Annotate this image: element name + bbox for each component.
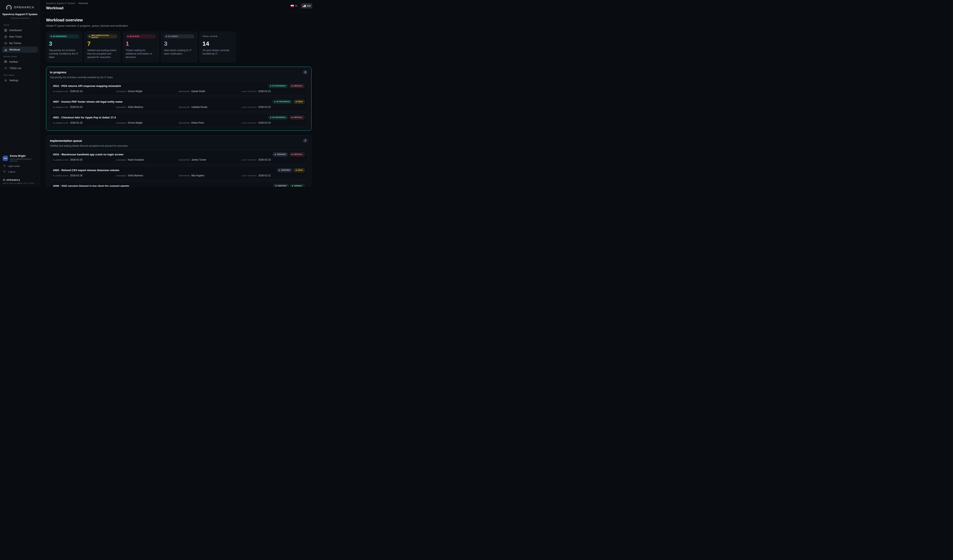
priority-dot-icon xyxy=(296,170,297,171)
last-activity-value: 2026-02-23 xyxy=(258,158,271,161)
planned-date-value: 2026-02-26 xyxy=(70,174,82,177)
stat-description: Top-priority list of tickets currently h… xyxy=(49,49,79,59)
priority-badge-label: CRITICAL xyxy=(293,116,303,118)
priority-badge-label: NORMAL xyxy=(294,185,303,187)
todo-icon xyxy=(4,67,7,70)
reporter-label: REPORTER xyxy=(179,159,190,161)
assignee-value: Noah Kowalski xyxy=(128,158,144,161)
status-badge: IN PROGRESS xyxy=(268,116,288,119)
planned-date-field: PLANNED DATE2026-02-26 xyxy=(53,174,116,177)
assignee-value: Emma Wright xyxy=(128,121,143,124)
priority-badge-label: HIGH xyxy=(298,101,303,102)
sidebar-item-dashboard[interactable]: Dashboard xyxy=(2,27,38,33)
assignee-label: ASSIGNEE xyxy=(116,159,126,161)
assignee-value: Sofia Martinez xyxy=(128,105,143,109)
user-info: Emma Wright emma.wright@ecommerce-arca.c… xyxy=(10,155,37,162)
logout-label: Logout xyxy=(8,171,15,173)
last-activity-value: 2026-02-23 xyxy=(258,121,271,124)
app-title: OpenArca Support IT System xyxy=(0,13,40,16)
language-button-en[interactable]: EN xyxy=(301,3,312,8)
priority-dot-icon xyxy=(296,101,297,102)
reporter-value: Mia Hughes xyxy=(191,174,204,177)
planned-date-field: PLANNED DATE2026-02-25 xyxy=(53,121,116,124)
stat-label: IMPLEMENTATION QUEUE xyxy=(91,34,116,39)
stat-value: 3 xyxy=(164,40,194,47)
sidebar-item-my-tickets[interactable]: My Tickets xyxy=(2,40,38,46)
content: Workload overview Global IT queue overvi… xyxy=(40,13,318,187)
priority-dot-icon xyxy=(292,117,292,118)
stat-label: TO VERIFY xyxy=(168,35,178,37)
sidebar-item-workload[interactable]: Workload xyxy=(2,47,38,53)
stat-card-implementation-queue: IMPLEMENTATION QUEUE7Verified and waitin… xyxy=(84,31,120,62)
ticket-row[interactable]: #008 · SSO session timeout is too short … xyxy=(50,181,307,187)
nav-section-label: SETTINGS xyxy=(4,74,36,76)
status-badge: IN PROGRESS xyxy=(273,100,292,104)
ticket-badges: IN PROGRESSHIGH xyxy=(273,100,304,104)
last-activity-field: LAST ACTIVITY2026-02-23 xyxy=(242,90,305,93)
sidebar-item-label: Workload xyxy=(9,48,20,51)
ticket-row[interactable]: #001 · Checkout fails for Apple Pay in S… xyxy=(50,113,307,127)
planned-date-field: PLANNED DATE2026-02-24 xyxy=(53,90,116,93)
ticket-meta: PLANNED DATE2026-02-24ASSIGNEESofia Mart… xyxy=(53,105,304,109)
user-email: emma.wright@ecommerce-arca.com xyxy=(10,158,37,162)
status-dot-icon xyxy=(89,36,90,37)
avatar: EW xyxy=(3,155,8,161)
planned-date-value: 2026-02-25 xyxy=(70,158,82,161)
sidebar-item-kanban[interactable]: Kanban xyxy=(2,59,38,65)
stat-status-badge: TO VERIFY xyxy=(164,34,194,39)
last-activity-value: 2026-02-22 xyxy=(258,174,271,177)
reporter-label: REPORTER xyxy=(179,175,190,177)
priority-dot-icon xyxy=(292,154,292,155)
ticket-row[interactable]: #012 · POS returns API response mapping … xyxy=(50,82,307,95)
priority-badge-label: HIGH xyxy=(298,169,303,171)
sidebar-item-todo-list[interactable]: TODO List xyxy=(2,65,38,71)
breadcrumb-root[interactable]: OpenArca Support IT System xyxy=(46,2,75,5)
assignee-field: ASSIGNEEEmma Wright xyxy=(116,121,179,124)
powered-by-label: Powered by OpenArca xyxy=(0,17,40,20)
footer-license: AGPL-3.0-only xyxy=(23,182,34,184)
ticket-row[interactable]: #002 · Refund CSV export misses timezone… xyxy=(50,166,307,180)
status-dot-icon xyxy=(270,117,271,118)
planned-date-label: PLANNED DATE xyxy=(53,90,68,93)
light-mode-toggle[interactable]: Light mode xyxy=(0,163,40,169)
status-dot-icon xyxy=(166,36,167,37)
ticket-row[interactable]: #015 · Warehouse handheld app crash on l… xyxy=(50,150,307,164)
ticket-title-row: #008 · SSO session timeout is too short … xyxy=(53,184,304,187)
main: OpenArca Support IT System › Workload Wo… xyxy=(40,0,318,187)
queue-title: In progress xyxy=(50,70,67,74)
stat-label: TOTAL ACTIVE xyxy=(202,34,233,39)
ticket-row[interactable]: #007 · Invoice PDF footer shows old lega… xyxy=(50,98,307,111)
ticket-title-row: #015 · Warehouse handheld app crash on l… xyxy=(53,152,304,157)
brand-wordmark: OPENARCA xyxy=(14,5,34,9)
status-dot-icon xyxy=(275,154,276,155)
priority-badge: HIGH xyxy=(294,168,304,172)
reporter-label: REPORTER xyxy=(179,122,190,124)
stat-cards: IN PROGRESS3Top-priority list of tickets… xyxy=(46,31,312,62)
dashboard-icon xyxy=(4,29,7,32)
sidebar-item-label: Settings xyxy=(9,79,19,82)
stat-description: Tickets waiting for additional informati… xyxy=(126,49,156,59)
assignee-label: ASSIGNEE xyxy=(116,122,126,124)
reporter-value: Isabella Novak xyxy=(191,105,207,109)
sidebar-item-new-ticket[interactable]: New Ticket xyxy=(2,34,38,40)
ticket-badges: VERIFIEDHIGH xyxy=(277,168,304,172)
status-badge-label: IN PROGRESS xyxy=(276,101,290,102)
reporter-value: James Turner xyxy=(191,158,206,161)
reporter-value: Ethan Price xyxy=(191,121,204,124)
footer-built-label: Built on OpenArca xyxy=(3,182,17,184)
status-badge-label: VERIFIED xyxy=(277,154,286,155)
reporter-label: REPORTER xyxy=(179,106,190,108)
footer-meta: Built on OpenArca v0.2.1 AGPL-3.0-only xyxy=(3,182,37,184)
stat-value: 7 xyxy=(87,40,118,47)
language-button-pl[interactable]: PL xyxy=(289,3,300,8)
sidebar-item-settings[interactable]: Settings xyxy=(2,77,38,84)
priority-badge: CRITICAL xyxy=(289,116,304,119)
logout-button[interactable]: Logout xyxy=(0,169,40,175)
nav-section-label: DEVELOPER xyxy=(4,56,36,57)
status-badge: VERIFIED xyxy=(273,152,288,157)
ticket-badges: VERIFIEDCRITICAL xyxy=(273,152,304,157)
status-badge: VERIFIED xyxy=(277,168,292,172)
user-name: Emma Wright xyxy=(10,155,37,157)
ticket-title-row: #001 · Checkout fails for Apple Pay in S… xyxy=(53,116,304,119)
planned-date-value: 2026-02-24 xyxy=(70,105,82,109)
